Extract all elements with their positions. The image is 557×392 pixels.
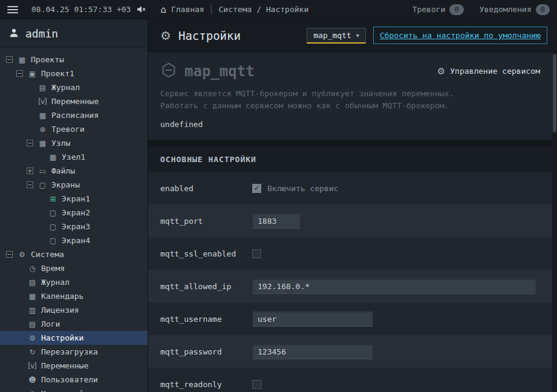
field-control (252, 278, 540, 294)
screen-icon: ▢ (47, 223, 58, 231)
scrollbar[interactable] (552, 53, 557, 392)
sidebar-item-screen4[interactable]: ▢Экран4 (0, 234, 148, 247)
project-icon: ▣ (27, 70, 37, 78)
sidebar-item-label: Файлы (51, 166, 75, 175)
mqtt_readonly-checkbox[interactable] (252, 380, 261, 389)
chevron-down-icon: ▾ (356, 32, 359, 39)
expand-icon[interactable]: + (27, 168, 33, 174)
node-icon: ▦ (47, 153, 58, 162)
sidebar-item-projects[interactable]: −▦Проекты (0, 53, 148, 67)
home-icon[interactable]: ⌂ (160, 4, 166, 15)
breadcrumb-home[interactable]: Главная (171, 5, 204, 14)
alarms-badge: 0 (449, 4, 463, 15)
username: admin (25, 27, 58, 40)
mqtt_port-input[interactable] (252, 213, 301, 229)
sidebar-item-variables[interactable]: [v]Переменные (0, 94, 148, 108)
mqtt_ssl_enabled-checkbox[interactable] (252, 249, 261, 258)
alarms-icon: ⊗ (37, 125, 48, 134)
sidebar-item-project1[interactable]: −▣Проект1 (0, 67, 148, 80)
service-description: Сервис является MQTT-брокером и публикуе… (160, 88, 540, 111)
sidebar-item-label: Экран3 (62, 222, 90, 231)
field-name: mqtt_ssl_enabled (160, 249, 252, 258)
sidebar-item-screen1[interactable]: ⊞Экран1 (0, 192, 148, 206)
screen-icon: ▢ (47, 209, 58, 217)
collapse-icon[interactable]: − (6, 56, 13, 63)
settings-header: ⚙ Настройки map_mqtt ▾ Сбросить на настр… (148, 19, 557, 52)
sidebar-item-system[interactable]: −⚙Система (0, 247, 148, 261)
sidebar-item-label: Экран1 (62, 194, 90, 203)
field-control (252, 249, 540, 258)
system-clock: 08.04.25 01:57:33 +03 (31, 5, 131, 14)
sidebar: admin −▦Проекты−▣Проект1▤Журнал[v]Переме… (0, 19, 148, 392)
tree-spacer (27, 98, 33, 105)
tree-spacer (37, 154, 44, 160)
sidebar-item-remote-access[interactable]: ⊕Удаленный доступ (0, 387, 148, 392)
tree-spacer (16, 362, 23, 369)
field-name: mqtt_port (160, 217, 252, 226)
sidebar-item-label: Удаленный доступ (41, 389, 117, 392)
collapse-icon[interactable]: − (27, 181, 33, 188)
sidebar-item-schedules[interactable]: ▦Расписания (0, 108, 148, 122)
sidebar-item-logs[interactable]: ▤Логи (0, 317, 148, 331)
field-control (252, 311, 540, 327)
sidebar-item-journal[interactable]: ▤Журнал (0, 80, 148, 94)
mute-icon[interactable] (137, 5, 146, 13)
journal-icon: ▤ (37, 83, 48, 92)
sidebar-item-label: Проекты (31, 55, 64, 64)
user-header[interactable]: admin (0, 19, 148, 48)
settings-gear-icon: ⚙ (160, 28, 171, 43)
enabled-checkbox[interactable]: ✓ (252, 184, 261, 193)
sidebar-item-calendar[interactable]: ▦Календарь (0, 289, 148, 303)
sidebar-item-screen2[interactable]: ▢Экран2 (0, 206, 148, 220)
sidebar-item-files[interactable]: +▭Файлы (0, 164, 148, 178)
sidebar-item-alarms[interactable]: ⊗Тревоги (0, 122, 148, 136)
sidebar-item-screen3[interactable]: ▢Экран3 (0, 220, 148, 234)
screen-icon: ▢ (47, 237, 58, 245)
license-icon: ▥ (27, 306, 37, 315)
sidebar-item-system-variables[interactable]: [v]Переменные (0, 359, 148, 373)
tree-spacer (16, 321, 23, 327)
form-row-mqtt_readonly: mqtt_readonly (148, 368, 552, 392)
sidebar-item-users[interactable]: ☻Пользователи (0, 373, 148, 387)
tree-spacer (16, 348, 23, 355)
nodes-icon: ▦ (37, 139, 48, 148)
tree-spacer (27, 84, 33, 91)
sidebar-item-label: Расписания (51, 111, 99, 120)
service-selector[interactable]: map_mqtt ▾ (307, 28, 366, 44)
sidebar-item-label: Экран2 (62, 208, 90, 217)
app-window: 08.04.25 01:57:33 +03 ⌂ Главная │ Систем… (0, 0, 557, 392)
menu-icon[interactable] (7, 6, 18, 13)
mqtt_allowed_ip-input[interactable] (252, 278, 536, 294)
tree-spacer (16, 279, 23, 286)
sidebar-item-system-journal[interactable]: ▤Журнал (0, 275, 148, 289)
sidebar-item-node1[interactable]: ▦Узел1 (0, 150, 148, 164)
journal-icon: ▤ (27, 278, 37, 287)
collapse-icon[interactable]: − (27, 140, 33, 146)
breadcrumb: ⌂ Главная │ Система / Настройки (160, 4, 308, 15)
sidebar-item-screens[interactable]: −▢Экраны (0, 178, 148, 192)
collapse-icon[interactable]: − (16, 70, 23, 77)
topbar: 08.04.25 01:57:33 +03 ⌂ Главная │ Систем… (0, 0, 557, 19)
sidebar-item-label: Система (31, 250, 64, 259)
mqtt_username-input[interactable] (252, 311, 373, 327)
scrollbar-thumb[interactable] (553, 54, 556, 132)
manage-service-link[interactable]: ⚙ Управление сервисом (437, 66, 540, 77)
page-title: Настройки (178, 29, 241, 42)
sidebar-item-settings[interactable]: ⚙Настройки (0, 331, 148, 345)
sidebar-item-license[interactable]: ▥Лицензия (0, 303, 148, 317)
sidebar-item-time[interactable]: ◷Время (0, 261, 148, 275)
notifications-link[interactable]: Уведомления 0 (480, 4, 550, 15)
sidebar-item-reboot[interactable]: ↻Перезагрузка (0, 345, 148, 359)
collapse-icon[interactable]: − (6, 251, 13, 258)
manage-service-icon: ⚙ (437, 66, 445, 77)
alarms-link[interactable]: Тревоги 0 (412, 4, 464, 15)
screen-add-icon: ⊞ (47, 195, 58, 203)
sidebar-item-label: Экраны (51, 180, 80, 189)
breadcrumb-path: Система / Настройки (219, 5, 309, 14)
main-panel: ⚙ Настройки map_mqtt ▾ Сбросить на настр… (148, 19, 557, 392)
reset-defaults-button[interactable]: Сбросить на настройки по умолчанию (373, 27, 547, 44)
files-icon: ▭ (37, 167, 48, 175)
tree-spacer (27, 112, 33, 119)
sidebar-item-nodes[interactable]: −▦Узлы (0, 136, 148, 150)
mqtt_password-input[interactable] (252, 344, 373, 359)
